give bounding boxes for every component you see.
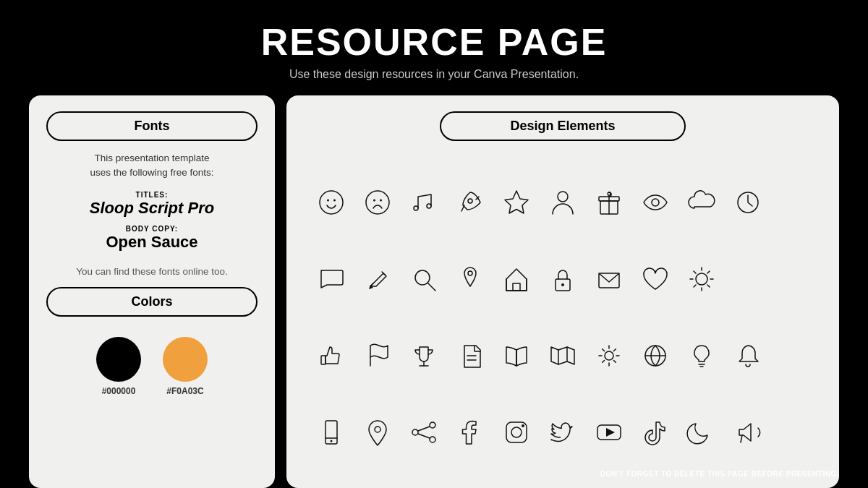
footer-note: DON'T FORGET TO DELETE THIS PAGE BEFORE …: [600, 470, 839, 478]
title-font-label: TITLES:: [90, 191, 214, 199]
fonts-badge: Fonts: [46, 111, 258, 141]
icon-heart: [632, 241, 678, 317]
svg-line-56: [741, 435, 742, 442]
icon-search: [401, 241, 447, 317]
body-font-item: BODY COPY: Open Sauce: [106, 225, 197, 252]
icon-youtube: [586, 394, 632, 471]
svg-line-16: [428, 283, 435, 291]
icon-pin: [447, 241, 493, 317]
swatch-circle-orange: [163, 337, 208, 382]
icon-document: [447, 317, 493, 394]
fonts-description: This presentation templateuses the follo…: [90, 151, 213, 181]
icon-facebook: [447, 394, 493, 471]
icon-clock: [725, 164, 771, 241]
icon-instagram: [493, 394, 540, 471]
icon-twitter: [540, 394, 586, 471]
icon-empty-4: [771, 317, 817, 394]
svg-marker-55: [606, 428, 615, 437]
right-panel: Design Elements: [286, 95, 839, 488]
colors-section: Colors #000000 #F0A03C: [46, 287, 258, 396]
title-font-name: Sloop Script Pro: [90, 199, 214, 218]
icon-tiktok: [632, 394, 678, 471]
svg-point-45: [375, 427, 380, 432]
page-subtitle: Use these design resources in your Canva…: [261, 68, 608, 81]
left-panel: Fonts This presentation templateuses the…: [29, 95, 275, 488]
icon-trophy: [401, 317, 447, 394]
icon-map: [540, 317, 586, 394]
svg-line-49: [418, 427, 430, 431]
icon-music: [401, 164, 447, 241]
icon-rocket: [447, 164, 493, 241]
svg-point-47: [430, 437, 435, 442]
svg-point-52: [511, 427, 522, 437]
svg-line-50: [418, 434, 430, 438]
icon-sad: [354, 164, 401, 241]
icon-empty-1: [771, 164, 817, 241]
svg-marker-9: [505, 191, 528, 213]
svg-line-27: [694, 271, 696, 273]
svg-point-13: [652, 199, 659, 206]
svg-point-44: [331, 440, 333, 442]
icon-eye: [632, 164, 678, 241]
svg-point-7: [427, 204, 431, 208]
icon-cloud: [678, 164, 725, 241]
svg-point-15: [415, 270, 430, 285]
svg-point-48: [412, 429, 418, 435]
svg-line-28: [707, 285, 710, 287]
icon-bell: [725, 317, 771, 394]
icon-share: [401, 394, 447, 471]
icon-megaphone: [725, 394, 771, 471]
icon-gift: [586, 164, 632, 241]
icon-lock: [540, 241, 586, 317]
body-font-name: Open Sauce: [106, 233, 197, 252]
icon-mobile: [308, 394, 354, 471]
swatch-label-orange: #F0A03C: [166, 386, 203, 396]
design-elements-badge: Design Elements: [440, 111, 686, 141]
icon-open-book: [493, 317, 540, 394]
svg-point-46: [430, 422, 435, 428]
icon-thumbsup: [308, 317, 354, 394]
colors-badge: Colors: [46, 287, 258, 317]
icon-empty-5: [771, 394, 817, 471]
icon-empty-2: [725, 241, 771, 317]
swatch-orange: #F0A03C: [163, 337, 208, 396]
swatch-label-black: #000000: [102, 386, 136, 396]
icon-smiley: [308, 164, 354, 241]
icon-lightbulb: [678, 317, 725, 394]
svg-point-8: [468, 199, 472, 203]
icon-house: [493, 241, 540, 317]
svg-rect-31: [321, 356, 326, 364]
icon-pencil: [354, 241, 401, 317]
icon-speech-bubble: [308, 241, 354, 317]
icon-moon: [678, 394, 725, 471]
content-row: Fonts This presentation templateuses the…: [0, 95, 868, 488]
body-font-label: BODY COPY:: [106, 225, 197, 233]
icon-settings: [586, 317, 632, 394]
swatch-circle-black: [96, 337, 141, 382]
svg-point-38: [605, 351, 613, 360]
title-font-item: TITLES: Sloop Script Pro: [90, 191, 214, 218]
svg-point-4: [373, 200, 375, 202]
svg-point-0: [320, 191, 343, 214]
svg-point-2: [333, 200, 336, 202]
color-swatches: #000000 #F0A03C: [96, 337, 208, 396]
svg-point-20: [561, 283, 564, 286]
svg-point-1: [327, 200, 329, 202]
svg-point-10: [558, 192, 568, 202]
page-title: RESOURCE PAGE: [261, 20, 608, 64]
svg-point-53: [522, 424, 524, 427]
svg-point-3: [366, 191, 389, 214]
find-fonts-text: You can find these fonts online too.: [76, 266, 228, 277]
icon-sun: [678, 241, 725, 317]
swatch-black: #000000: [96, 337, 141, 396]
icon-star: [493, 164, 540, 241]
icon-empty-3: [771, 241, 817, 317]
svg-marker-35: [551, 347, 574, 364]
svg-line-29: [707, 271, 710, 273]
svg-point-6: [414, 206, 418, 210]
page-header: RESOURCE PAGE Use these design resources…: [261, 0, 608, 88]
icon-person: [540, 164, 586, 241]
svg-rect-18: [513, 283, 520, 291]
icon-location: [354, 394, 401, 471]
svg-line-30: [694, 285, 696, 287]
